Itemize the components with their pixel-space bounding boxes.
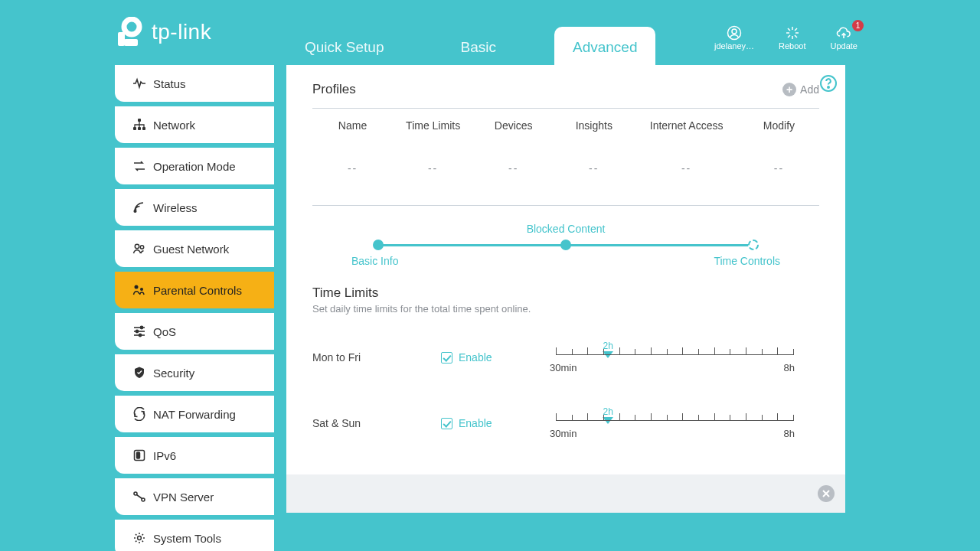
td: -- (473, 162, 554, 174)
qos-icon (129, 324, 150, 338)
th-insights: Insights (554, 119, 634, 132)
stepper-right-label: Time Controls (714, 255, 780, 267)
brand-label: tp-link (152, 20, 211, 44)
sidebar-item-label: Security (153, 367, 194, 380)
tl-row-weekday-label: Mon to Fri (312, 351, 441, 364)
tl-weekday-enable-toggle[interactable]: Enable (441, 351, 541, 364)
header-update[interactable]: 1 Update (831, 24, 858, 51)
svg-line-9 (788, 28, 790, 31)
sidebar-item-ipv6[interactable]: IPv6 (115, 437, 274, 474)
reboot-icon (785, 24, 800, 41)
th-internet-access: Internet Access (634, 119, 739, 132)
ipv6-icon (129, 448, 150, 462)
slider-max-label: 8h (784, 428, 795, 439)
nat-forwarding-icon (129, 407, 150, 421)
sidebar-item-status[interactable]: Status (115, 65, 274, 102)
svg-point-3 (728, 27, 741, 40)
sidebar-item-vpn-server[interactable]: VPN Server (115, 478, 274, 515)
sidebar-item-security[interactable]: Security (115, 354, 274, 391)
svg-point-32 (138, 536, 142, 540)
sidebar-item-operation-mode[interactable]: Operation Mode (115, 148, 274, 184)
sidebar-item-nat-forwarding[interactable]: NAT Forwarding (115, 396, 274, 432)
svg-rect-13 (138, 119, 141, 122)
operation-mode-icon (129, 159, 150, 173)
sidebar-item-network[interactable]: Network (115, 106, 274, 143)
close-button[interactable] (818, 485, 835, 502)
td: -- (634, 162, 739, 174)
tl-weekday-slider[interactable]: 2h 30min 8h (556, 334, 793, 380)
parental-controls-icon (129, 283, 150, 297)
network-icon (129, 118, 150, 132)
slider-max-label: 8h (784, 362, 795, 373)
svg-rect-2 (124, 39, 138, 46)
svg-point-30 (134, 492, 137, 495)
stepper-dot-time-controls[interactable] (748, 240, 759, 250)
td: -- (393, 162, 473, 174)
vpn-server-icon (129, 490, 150, 504)
svg-rect-14 (133, 127, 136, 130)
sidebar-item-label: IPv6 (153, 449, 176, 462)
add-profile-label: Add (800, 83, 819, 96)
svg-point-0 (124, 19, 139, 34)
tab-advanced[interactable]: Advanced (554, 27, 656, 65)
svg-point-19 (140, 246, 143, 249)
user-icon (727, 24, 742, 41)
add-profile-button[interactable]: + Add (782, 83, 819, 96)
svg-line-10 (795, 35, 797, 37)
tab-basic[interactable]: Basic (443, 27, 514, 65)
svg-point-34 (828, 86, 829, 88)
guest-network-icon (129, 242, 150, 256)
th-devices: Devices (473, 119, 554, 132)
svg-rect-29 (137, 452, 140, 458)
sidebar-item-qos[interactable]: QoS (115, 313, 274, 350)
sidebar-item-label: Parental Controls (153, 284, 242, 297)
slider-value-label: 2h (603, 341, 613, 351)
th-modify: Modify (739, 119, 819, 132)
checkbox-icon (441, 352, 452, 364)
header-user[interactable]: jdelaney… (714, 24, 754, 51)
checkbox-icon (441, 418, 452, 429)
sidebar-item-guest-network[interactable]: Guest Network (115, 230, 274, 267)
stepper-dot-basic-info[interactable] (373, 240, 384, 250)
profiles-table-header: Name Time Limits Devices Insights Intern… (312, 119, 819, 132)
security-icon (129, 366, 150, 380)
time-limits-heading: Time Limits (312, 285, 819, 301)
update-badge: 1 (852, 20, 864, 31)
tl-row-weekend-label: Sat & Sun (312, 417, 441, 429)
tab-quick-setup[interactable]: Quick Setup (286, 27, 403, 65)
profiles-empty-row: -- -- -- -- -- -- (312, 162, 819, 174)
header-update-label: Update (831, 41, 858, 51)
sidebar-item-system-tools[interactable]: System Tools (115, 520, 274, 551)
sidebar-item-label: QoS (153, 325, 176, 338)
stepper-track (351, 240, 780, 250)
header-user-label: jdelaney… (714, 41, 754, 51)
plus-icon: + (782, 83, 796, 96)
td: -- (554, 162, 634, 174)
svg-rect-1 (118, 32, 125, 46)
tl-weekend-enable-toggle[interactable]: Enable (441, 417, 541, 429)
sidebar-item-label: Operation Mode (153, 160, 236, 173)
th-time-limits: Time Limits (393, 119, 473, 132)
svg-point-27 (139, 334, 141, 336)
help-icon[interactable] (819, 74, 838, 96)
header-reboot[interactable]: Reboot (779, 24, 805, 51)
sidebar-item-label: Guest Network (153, 243, 229, 256)
profiles-heading: Profiles (312, 82, 356, 97)
status-icon (129, 77, 150, 90)
td: -- (739, 162, 819, 174)
sidebar-item-wireless[interactable]: Wireless (115, 189, 274, 226)
svg-point-21 (140, 288, 143, 291)
enable-label: Enable (459, 417, 492, 429)
slider-value-label: 2h (603, 406, 613, 417)
sidebar-item-label: VPN Server (153, 491, 214, 504)
system-tools-icon (129, 531, 150, 545)
sidebar-item-label: Network (153, 119, 195, 132)
panel-footer (286, 474, 845, 513)
sidebar-item-parental-controls[interactable]: Parental Controls (115, 272, 274, 308)
sidebar-item-label: NAT Forwarding (153, 408, 236, 421)
tl-weekend-slider[interactable]: 2h 30min 8h (556, 400, 793, 446)
header-reboot-label: Reboot (779, 41, 805, 51)
sidebar: Status Network Operation Mode Wireless G… (115, 65, 274, 551)
svg-point-31 (142, 498, 145, 501)
stepper-dot-blocked-content[interactable] (560, 240, 571, 250)
